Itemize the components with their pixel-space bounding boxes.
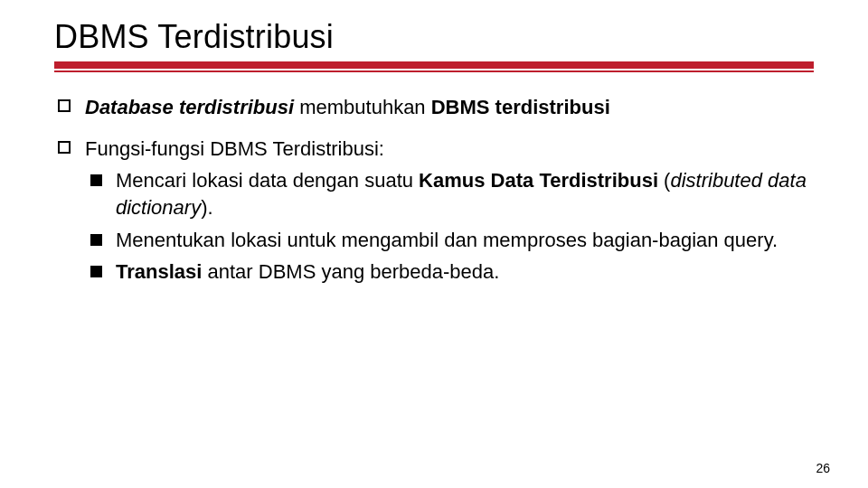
bullet-item-1: Database terdistribusi membutuhkan DBMS … [54, 94, 814, 121]
sub-bullet-list: Mencari lokasi data dengan suatu Kamus D… [85, 167, 814, 286]
slide: DBMS Terdistribusi Database terdistribus… [0, 0, 868, 488]
text-bold-italic: Database terdistribusi [85, 96, 294, 118]
sub-bullet-item-3: Translasi antar DBMS yang berbeda-beda. [85, 258, 814, 286]
text-bold: Kamus Data Terdistribusi [419, 169, 658, 192]
text-bold: DBMS terdistribusi [431, 96, 610, 118]
text: membutuhkan [294, 96, 431, 118]
text-bold: Translasi [116, 260, 202, 283]
sub-bullet-item-1: Mencari lokasi data dengan suatu Kamus D… [85, 167, 814, 221]
text: Mencari lokasi data dengan suatu [116, 169, 419, 192]
sub-bullet-item-2: Menentukan lokasi untuk mengambil dan me… [85, 227, 814, 254]
text: Fungsi-fungsi DBMS Terdistribusi: [85, 137, 384, 160]
bullet-item-2: Fungsi-fungsi DBMS Terdistribusi: Mencar… [54, 136, 814, 286]
text: antar DBMS yang berbeda-beda. [202, 260, 499, 283]
divider-thin [54, 70, 814, 72]
text: ). [201, 196, 212, 219]
bullet-list: Database terdistribusi membutuhkan DBMS … [54, 94, 814, 286]
text: Menentukan lokasi untuk mengambil dan me… [116, 229, 778, 251]
slide-title: DBMS Terdistribusi [54, 18, 814, 56]
divider-thick [54, 61, 814, 69]
page-number: 26 [816, 461, 830, 475]
text: ( [658, 169, 670, 192]
